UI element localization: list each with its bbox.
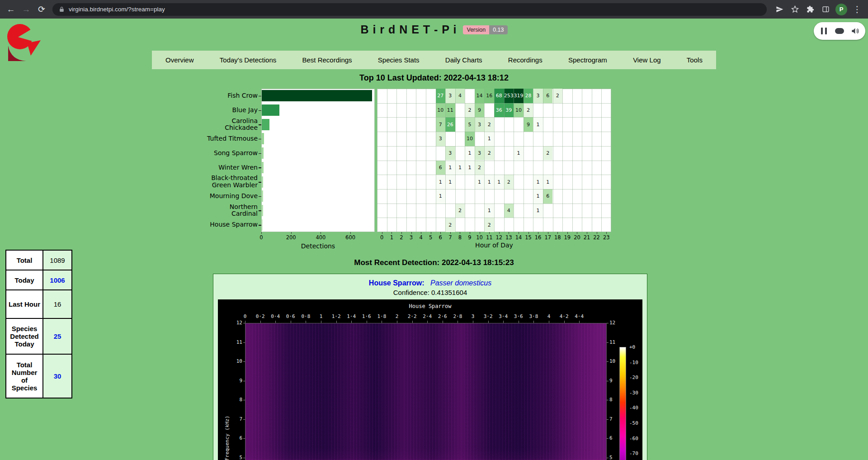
hour-tick-label: 21 [582,234,591,241]
hour-tick-label: 5 [426,234,435,241]
stat-label-total-species: Total Number of Species [6,354,43,398]
back-icon[interactable]: ← [4,2,18,17]
side-panel-icon[interactable] [818,2,833,17]
stat-label-last-hour: Last Hour [6,290,43,318]
axis-tick [538,232,538,234]
species-label: Northern Cardinal [187,204,258,218]
hour-tick-label: 0 [377,234,387,241]
heatmap-cell: 28 [524,89,533,103]
detections-bar [262,176,263,188]
species-label: Song Sparrow [187,146,258,161]
heatmap-cell: 1 [484,204,494,218]
spect-freq-tick: 8 [609,397,623,403]
axis-tick [499,232,500,234]
spect-tick [243,419,245,420]
colorbar-tick: -60 [629,436,638,441]
spect-freq-tick: 6 [609,435,623,441]
spect-tick [607,381,609,381]
spect-freq-tick: 5 [229,455,242,460]
bar-axis-tick-label: 200 [284,234,298,241]
spect-freq-tick: 7 [609,416,623,422]
stats-row: Last Hour 16 [6,290,72,318]
heatmap-cell: 10 [465,132,475,146]
species-label: Carolina Chickadee [187,117,258,132]
species-tick [259,153,261,154]
spect-time-tick: 2·2 [408,313,417,319]
spect-time-tick: 0·6 [286,313,295,319]
spect-time-tick: 1 [320,313,323,319]
axis-tick [489,232,490,234]
spect-tick [549,321,549,323]
heatmap-cell: 5 [465,117,475,132]
spect-tick [412,321,413,323]
heatmap-cell: 68 [494,89,504,103]
stats-row: Species Detected Today 25 [6,318,72,354]
most-recent-detection-heading: Most Recent Detection: 2022-04-13 18:15:… [0,258,868,267]
heatmap-cell: 6 [543,189,553,204]
species-label: Mourning Dove [187,189,258,204]
bookmark-star-icon[interactable] [788,2,802,17]
stat-value-total-species-link[interactable]: 30 [54,372,61,380]
heatmap-cell: 2 [543,146,553,161]
spect-time-tick: 3·8 [529,313,538,319]
stat-value-last-hour: 16 [43,290,72,318]
species-label: Winter Wren [187,161,258,175]
hour-tick-label: 4 [416,234,425,241]
spect-time-tick: 3 [472,313,475,319]
heatmap-cell: 1 [533,204,543,218]
heatmap-cell: 4 [455,89,465,103]
axis-tick [597,232,597,234]
spect-tick [306,321,306,323]
extensions-icon[interactable] [803,2,817,17]
detections-bar [262,162,264,173]
axis-tick [450,232,451,234]
heatmap-cell: 10 [514,103,524,118]
spect-freq-tick: 12 [609,320,623,326]
heatmap-cell: 3 [475,146,485,161]
heatmap-cell: 2 [475,161,485,175]
spect-freq-tick: 7 [229,416,242,422]
spect-time-tick: 4 [547,313,551,319]
heatmap-cell: 2 [445,218,455,232]
colorbar-tick: -50 [629,420,638,426]
spect-tick [243,323,245,323]
stat-value-today-link[interactable]: 1006 [50,276,65,284]
axis-tick [528,232,529,234]
colorbar-tick: +0 [629,344,635,350]
address-bar[interactable]: virginia.birdnetpi.com/?stream=play [52,3,767,16]
species-tick [259,139,261,140]
species-latin-name-link[interactable]: Passer domesticus [430,279,491,287]
stat-value-species-today-link[interactable]: 25 [54,332,61,340]
species-common-name-link[interactable]: House Sparrow: [369,279,425,287]
profile-avatar[interactable]: P [835,4,847,15]
heatmap-cell: 1 [436,189,446,204]
spect-tick [579,321,580,323]
heatmap-gridline [377,146,611,147]
spect-tick [458,321,458,323]
most-recent-detection-card: House Sparrow: Passer domesticus Confide… [213,274,647,460]
spect-freq-tick: 10 [609,358,623,364]
spect-tick [473,321,473,323]
spect-tick [321,321,321,323]
colorbar-tick: -30 [629,390,638,396]
heatmap-gridline [377,204,611,204]
spect-time-tick: 0 [244,313,247,319]
heatmap-cell: 1 [436,175,446,189]
spect-tick [533,321,534,323]
spectrogram-ylabel: Frequency (kHz) [224,393,230,460]
spect-time-tick: 0·2 [256,313,265,319]
hour-tick-label: 1 [387,234,396,241]
send-icon[interactable] [772,2,787,17]
spect-tick [243,342,245,343]
heatmap-cell: 10 [436,103,446,118]
heatmap-cell: 11 [445,103,455,118]
spect-tick [260,321,261,323]
heatmap-gridline [377,132,611,132]
heatmap-gridline [377,175,611,175]
heatmap-cell: 3 [445,89,455,103]
menu-icon[interactable]: ⋮ [850,2,864,17]
spect-tick [243,361,245,362]
forward-icon[interactable]: → [19,2,33,17]
reload-icon[interactable]: ⟳ [34,2,49,17]
spect-tick [607,458,609,458]
